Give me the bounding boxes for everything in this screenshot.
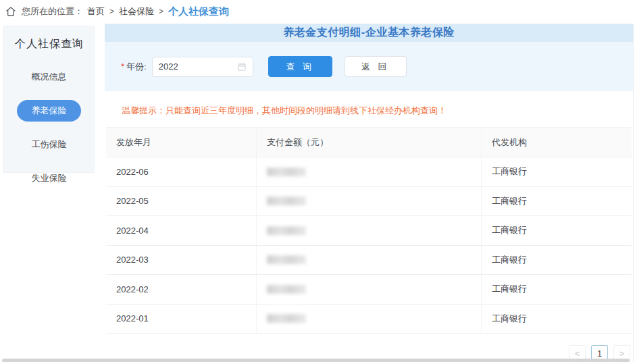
year-value: 2022 (159, 61, 237, 72)
cell-issue-month: 2022-04 (106, 216, 257, 245)
cell-issue-month: 2022-06 (106, 157, 257, 186)
table-row: 2022-04工商银行 (106, 216, 632, 246)
sidebar-menu: 概况信息养老保险工伤保险失业保险 (4, 66, 94, 189)
query-button[interactable]: 查 询 (268, 56, 332, 77)
sidebar-item[interactable]: 养老保险 (17, 100, 81, 122)
home-icon[interactable] (5, 6, 16, 17)
year-input[interactable]: 2022 (152, 57, 253, 77)
cell-agency: 工商银行 (482, 187, 632, 216)
horizontal-scrollbar[interactable] (2, 359, 630, 362)
column-header: 支付金额（元） (257, 128, 482, 157)
required-marker: * (121, 61, 124, 72)
cell-amount (257, 246, 482, 275)
table-row: 2022-06工商银行 (106, 157, 632, 187)
breadcrumb: 您所在的位置： 首页 > 社会保险 > 个人社保查询 (5, 4, 229, 19)
breadcrumb-item-home[interactable]: 首页 (87, 5, 105, 18)
cell-amount (257, 275, 482, 304)
breadcrumb-location-label: 您所在的位置： (22, 5, 83, 18)
sidebar-item[interactable]: 失业保险 (17, 167, 81, 189)
cell-issue-month: 2022-01 (106, 305, 257, 334)
cell-amount (257, 305, 482, 334)
cell-issue-month: 2022-03 (106, 246, 257, 275)
cell-amount (257, 187, 482, 216)
cell-agency: 工商银行 (482, 305, 632, 334)
masked-amount-blur (267, 285, 306, 294)
column-header: 代发机构 (482, 128, 632, 157)
masked-amount-blur (267, 255, 306, 264)
cell-agency: 工商银行 (482, 275, 632, 304)
table-row: 2022-05工商银行 (106, 187, 632, 217)
table-header-row: 发放年月支付金额（元）代发机构 (106, 128, 632, 157)
cell-agency: 工商银行 (482, 246, 632, 275)
sidebar: 个人社保查询 概况信息养老保险工伤保险失业保险 (3, 26, 95, 173)
sidebar-title: 个人社保查询 (4, 26, 94, 54)
masked-amount-blur (267, 226, 306, 235)
column-header: 发放年月 (106, 128, 257, 157)
back-button[interactable]: 返 回 (345, 56, 407, 77)
cell-agency: 工商银行 (482, 216, 632, 245)
cell-amount (257, 216, 482, 245)
main-panel: 养老金支付明细-企业基本养老保险 * 年份: 2022 查 询 返 回 温馨提示… (105, 24, 634, 362)
cell-amount (257, 157, 482, 186)
masked-amount-blur (267, 167, 306, 176)
breadcrumb-item-current[interactable]: 个人社保查询 (168, 5, 229, 18)
masked-amount-blur (267, 314, 306, 323)
payment-table: 发放年月支付金额（元）代发机构 2022-06工商银行2022-05工商银行20… (106, 127, 632, 334)
main-titlebar: 养老金支付明细-企业基本养老保险 (105, 24, 633, 42)
calendar-icon[interactable] (237, 62, 247, 72)
breadcrumb-separator: > (109, 7, 114, 16)
sidebar-item[interactable]: 工伤保险 (17, 134, 81, 155)
query-form: * 年份: 2022 查 询 返 回 (105, 42, 633, 91)
table-row: 2022-02工商银行 (106, 275, 632, 305)
table-body: 2022-06工商银行2022-05工商银行2022-04工商银行2022-03… (106, 157, 632, 334)
notice-text: 温馨提示：只能查询近三年度明细，其他时间段的明细请到线下社保经办机构查询！ (122, 105, 633, 117)
table-row: 2022-01工商银行 (106, 305, 632, 334)
sidebar-item[interactable]: 概况信息 (17, 66, 81, 88)
masked-amount-blur (267, 197, 306, 205)
breadcrumb-separator: > (159, 7, 163, 16)
table-row: 2022-03工商银行 (106, 246, 632, 276)
year-label: 年份: (126, 61, 147, 73)
breadcrumb-item-social-insurance[interactable]: 社会保险 (119, 5, 154, 18)
cell-issue-month: 2022-05 (106, 187, 257, 216)
cell-agency: 工商银行 (482, 157, 632, 186)
page-title: 养老金支付明细-企业基本养老保险 (283, 26, 454, 40)
cell-issue-month: 2022-02 (106, 275, 257, 304)
